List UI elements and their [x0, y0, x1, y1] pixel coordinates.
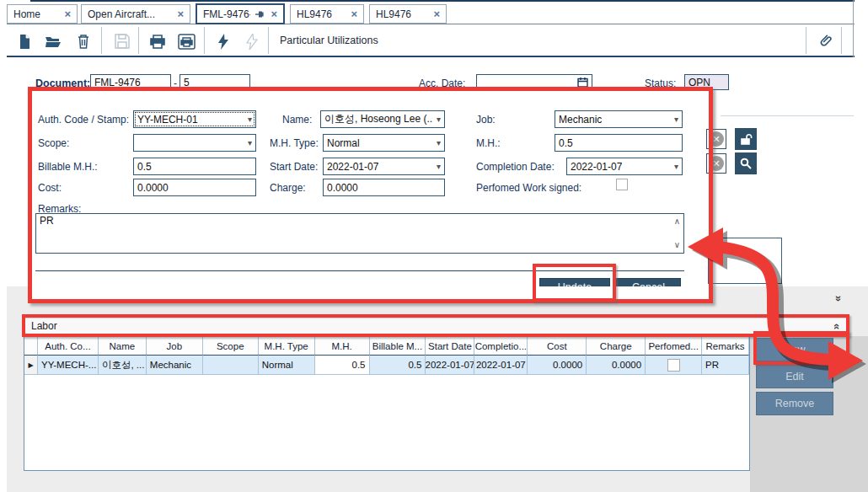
cell-mh[interactable]: 0.5	[315, 356, 370, 375]
tab-label: HL9476	[376, 8, 411, 20]
grid-header-mh-type[interactable]: M.H. Type	[259, 337, 315, 356]
grid-header-completion-date[interactable]: Completio...	[474, 337, 528, 356]
toolbar-divider	[841, 27, 842, 54]
cell-auth-code[interactable]: YY-MECH-...	[38, 356, 99, 375]
tab-fml-9476-5[interactable]: FML-9476-5 ×	[196, 3, 285, 24]
window-right-border	[853, 0, 854, 57]
open-folder-icon[interactable]	[42, 30, 64, 52]
toolbar-divider	[138, 27, 139, 54]
cell-charge[interactable]: 0.0000	[587, 356, 646, 375]
cell-cost[interactable]: 0.0000	[528, 356, 587, 375]
grid-header-row: Auth. Co... Name Job Scope M.H. Type M.H…	[24, 337, 749, 356]
print-preview-icon[interactable]	[175, 30, 197, 52]
row-checkbox[interactable]	[667, 359, 680, 372]
execute-bolt-disabled-icon	[241, 30, 263, 52]
toolbar-divider	[806, 27, 806, 54]
cell-billable-mh[interactable]: 0.5	[370, 356, 426, 375]
grid-header-cost[interactable]: Cost	[528, 337, 587, 356]
toolbar-bottom-border	[7, 56, 855, 57]
cell-job[interactable]: Mechanic	[147, 356, 203, 375]
tab-open-aircraft[interactable]: Open Aircraft... ×	[81, 4, 190, 24]
print-icon[interactable]	[147, 30, 169, 52]
grid-header-name[interactable]: Name	[99, 337, 147, 356]
toolbar-title: Particular Utilizations	[280, 35, 378, 46]
new-document-icon[interactable]	[13, 30, 35, 52]
side-group-box	[708, 238, 782, 284]
tab-label: HL9476	[297, 8, 332, 20]
tab-hl9476-2[interactable]: HL9476 ×	[369, 4, 447, 24]
labor-grid: Auth. Co... Name Job Scope M.H. Type M.H…	[24, 336, 750, 471]
unlock-button[interactable]	[735, 128, 757, 150]
delete-trash-icon[interactable]	[72, 30, 94, 52]
cell-completion-date[interactable]: 2022-01-07	[474, 356, 528, 375]
cell-scope[interactable]	[203, 356, 259, 375]
annotation-rect-new-button	[753, 331, 849, 365]
tab-label: Home	[13, 8, 40, 20]
collapse-down-chevron-icon[interactable]: «	[832, 296, 843, 302]
execute-bolt-icon[interactable]	[212, 30, 234, 52]
cell-remarks[interactable]: PR	[702, 356, 749, 375]
grid-header-auth-code[interactable]: Auth. Co...	[38, 337, 99, 356]
grid-header-billable-mh[interactable]: Billable M...	[370, 337, 426, 356]
attachment-paperclip-icon[interactable]	[814, 30, 836, 52]
cell-performed-signed[interactable]	[646, 356, 702, 375]
close-icon[interactable]: ×	[351, 8, 357, 20]
tab-home[interactable]: Home ×	[7, 4, 78, 24]
pin-icon[interactable]	[255, 10, 264, 19]
grid-header-scope[interactable]: Scope	[203, 337, 259, 356]
annotation-rect-labor	[22, 314, 849, 337]
grid-header-mh[interactable]: M.H.	[315, 337, 370, 356]
tabstrip-divider	[7, 24, 855, 24]
window-top-border	[30, 0, 855, 2]
close-icon[interactable]: ×	[64, 8, 71, 20]
tab-label: FML-9476-5	[203, 8, 250, 20]
remove-button[interactable]: Remove	[756, 392, 833, 415]
cell-mh-type[interactable]: Normal	[259, 356, 315, 375]
table-row[interactable]: ▶ YY-MECH-... 이호성, ... Mechanic Normal 0…	[24, 356, 749, 375]
grid-header-start-date[interactable]: Start Date	[426, 337, 474, 356]
grid-header-job[interactable]: Job	[147, 337, 203, 356]
toolbar-divider	[204, 27, 205, 54]
cell-name[interactable]: 이호성, ...	[99, 356, 147, 375]
grid-header-charge[interactable]: Charge	[587, 337, 646, 356]
grid-header-indicator	[24, 337, 38, 356]
app-window: Home × Open Aircraft... × FML-9476-5 × H…	[0, 0, 868, 492]
close-icon[interactable]: ×	[271, 8, 277, 20]
close-icon[interactable]: ×	[433, 8, 440, 20]
annotation-rect-update	[533, 264, 616, 302]
toolbar-divider	[268, 27, 269, 54]
save-icon[interactable]	[111, 30, 133, 52]
tab-hl9476-1[interactable]: HL9476 ×	[290, 4, 364, 24]
toolbar-divider	[101, 27, 102, 54]
search-button[interactable]	[735, 152, 757, 174]
tab-label: Open Aircraft...	[88, 8, 155, 20]
grid-header-performed[interactable]: Perfomed...	[646, 337, 702, 356]
row-indicator-icon: ▶	[24, 356, 38, 375]
close-icon[interactable]: ×	[177, 8, 184, 20]
edit-button[interactable]: Edit	[756, 365, 833, 388]
grid-header-remarks[interactable]: Remarks	[702, 337, 749, 356]
cell-start-date[interactable]: 2022-01-07	[426, 356, 474, 375]
right-separator-line	[721, 115, 854, 116]
